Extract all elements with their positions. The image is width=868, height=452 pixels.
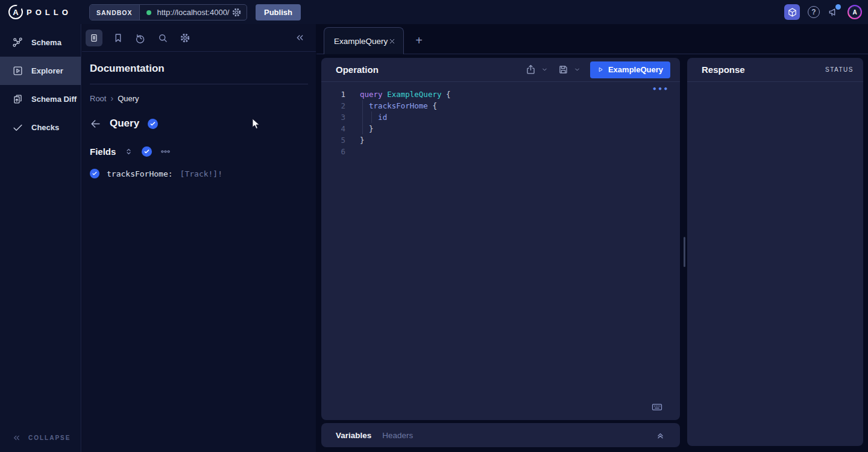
expand-panel-chevron-icon[interactable] [655,430,665,441]
operation-tab-bar: ExampleQuery + [316,24,868,54]
user-avatar[interactable]: A [848,5,862,19]
connection-status-dot [146,10,151,15]
explorer-settings-button[interactable] [178,31,192,45]
indent-guide [371,111,372,123]
sidebar-item-label: Schema [31,38,61,47]
sidebar-item-label: Checks [31,123,59,132]
sidebar-item-label: Explorer [31,66,63,75]
collapse-docs-panel-button[interactable] [293,31,306,45]
expand-collapse-icon[interactable] [124,146,134,157]
response-panel-header: Response STATUS [687,58,863,82]
chevron-right-icon: › [110,93,113,103]
response-panel: Response STATUS [687,58,863,446]
run-operation-button[interactable]: ExampleQuery [590,61,670,78]
question-mark-icon: ? [811,8,816,16]
type-heading: Query [110,118,139,130]
more-options-icon[interactable] [160,146,171,157]
schema-diff-icon [12,93,24,105]
type-selected-check-icon[interactable] [148,119,158,129]
save-dropdown-chevron-icon[interactable] [574,66,580,73]
docs-toolbar [82,24,316,52]
schema-icon [12,37,24,48]
sandbox-mode-button[interactable] [784,4,800,20]
close-tab-icon[interactable] [388,37,396,45]
operation-panel-header: Operation [321,58,680,82]
sandbox-badge[interactable]: SANDBOX [90,5,140,20]
save-icon[interactable] [558,64,569,75]
status-label: STATUS [825,66,854,73]
endpoint-settings-gear-icon[interactable] [231,7,242,17]
plus-icon: + [415,34,423,48]
field-row-tracksForHome[interactable]: tracksForHome: [Track!]! [90,169,308,178]
sidebar-item-label: Schema Diff [31,95,77,104]
publish-button[interactable]: Publish [256,4,301,20]
tab-example-query[interactable]: ExampleQuery [324,27,404,54]
documentation-tab-button[interactable] [86,30,102,46]
editor-overflow-menu-icon[interactable]: ••• [652,85,669,93]
editor-gutter: 123456 [321,89,345,157]
response-title: Response [702,64,745,75]
sidebar-item-schema[interactable]: Schema [0,28,81,57]
gear-icon [180,33,190,43]
breadcrumb-root-link[interactable]: Root [90,94,106,103]
documentation-icon [89,33,99,43]
panel-resize-handle[interactable] [684,237,685,267]
sidebar-item-explorer[interactable]: Explorer [0,57,81,85]
fields-label: Fields [90,146,116,157]
history-icon [135,33,146,43]
collapse-label: COLLAPSE [28,435,71,441]
back-arrow-icon[interactable] [90,118,101,130]
apollo-logo-circle: A [8,5,23,19]
history-button[interactable] [134,31,147,45]
double-chevron-left-icon [12,433,21,442]
collapse-sidebar-button[interactable]: COLLAPSE [12,433,71,442]
tab-variables[interactable]: Variables [336,431,371,440]
share-icon[interactable] [525,64,536,75]
run-button-label: ExampleQuery [608,65,663,74]
select-all-fields-check-icon[interactable] [142,146,152,157]
docs-panel-title: Documentation [90,63,308,84]
avatar-letter: A [849,6,861,18]
apollo-logo-text: POLLO [27,8,72,17]
indent-guide [362,100,363,134]
search-button[interactable] [156,31,169,45]
graphql-editor[interactable]: 123456 query ExampleQuery { tracksForHom… [321,83,680,420]
keyboard-shortcuts-icon[interactable] [651,401,663,413]
announcements-button[interactable] [828,6,840,18]
tab-label: ExampleQuery [334,37,388,46]
apollo-logo-letter: A [13,8,18,17]
bookmarks-button[interactable] [112,31,125,45]
field-type-link[interactable]: [Track!]! [180,169,222,178]
help-button[interactable]: ? [808,6,820,18]
explorer-icon [12,65,24,77]
field-name[interactable]: tracksForHome: [107,169,173,178]
double-chevron-left-icon [295,33,305,43]
main-workspace: ExampleQuery + Operation [316,24,868,452]
run-triangle-icon [597,66,604,73]
search-icon [157,33,168,43]
mouse-cursor [252,118,260,130]
share-dropdown-chevron-icon[interactable] [541,66,548,73]
operation-panel: Operation [321,58,680,420]
breadcrumb: Root › Query [90,93,308,103]
type-heading-row: Query [90,118,308,130]
new-tab-button[interactable]: + [410,31,428,49]
editor-code[interactable]: query ExampleQuery { tracksForHome { id … [360,89,451,157]
bookmark-icon [113,33,124,43]
tab-headers[interactable]: Headers [382,431,413,440]
breadcrumb-current: Query [118,94,139,103]
left-nav-sidebar: Schema Explorer Schema Diff [0,24,81,452]
fields-section-header: Fields [90,146,308,157]
field-selected-check-icon[interactable] [90,169,99,178]
notification-dot [835,4,841,10]
cube-icon [787,7,797,17]
endpoint-bar: SANDBOX http://localhost:4000/ [89,4,247,20]
sidebar-item-checks[interactable]: Checks [0,113,81,142]
operation-title: Operation [336,64,379,75]
documentation-panel: Documentation Root › Query Query Fields [82,24,316,452]
sidebar-item-schema-diff[interactable]: Schema Diff [0,85,81,113]
endpoint-url-input[interactable]: http://localhost:4000/ [157,8,231,17]
variables-headers-bar: Variables Headers [321,423,680,447]
apollo-logo: A POLLO [8,5,72,19]
topbar-right-actions: ? A [784,0,862,24]
